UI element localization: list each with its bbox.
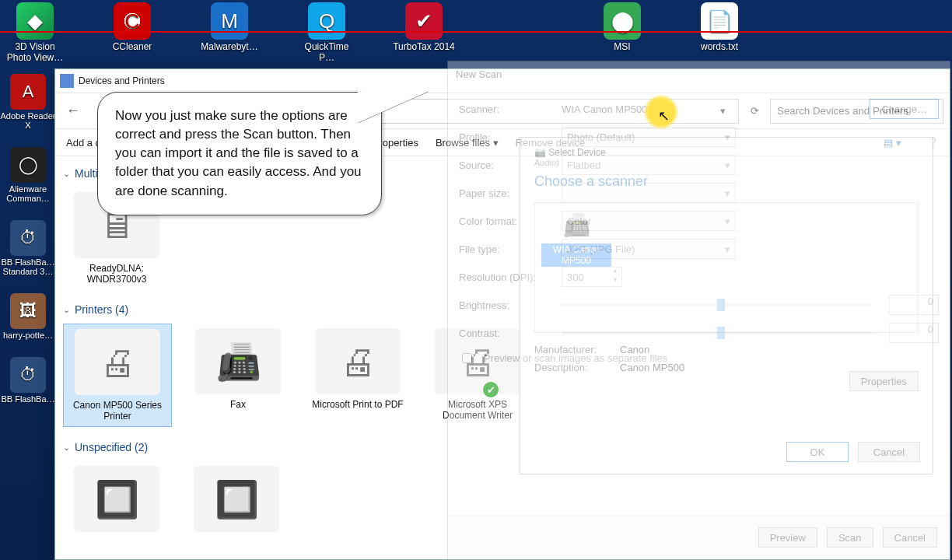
chevron-down-icon: ⌄ bbox=[63, 169, 70, 179]
scanner-item[interactable]: 📠 WIA Canon MP500 bbox=[541, 209, 611, 267]
cancel-button[interactable]: Cancel bbox=[883, 527, 937, 548]
cancel-button[interactable]: Cancel bbox=[858, 442, 920, 462]
icon-label: words.txt bbox=[701, 41, 738, 52]
description-label: Description: bbox=[534, 362, 620, 373]
scanner-list[interactable]: 📠 WIA Canon MP500 bbox=[534, 202, 919, 333]
dialog-title: Select Device bbox=[548, 147, 605, 158]
icon-label: CCleaner bbox=[113, 41, 152, 52]
description-value: Canon MP500 bbox=[620, 362, 684, 373]
icon-label: MSI bbox=[614, 41, 630, 52]
scanner-item-label: WIA Canon MP500 bbox=[541, 243, 611, 267]
desktop-icon[interactable]: AAdobe Reader X bbox=[0, 74, 56, 130]
app-icon: ◯ bbox=[10, 147, 46, 183]
desktop-icon[interactable]: ◯Alienware Comman… bbox=[0, 147, 56, 203]
manufacturer-label: Manufacturer: bbox=[534, 344, 620, 355]
app-icon: 📄 bbox=[701, 2, 738, 40]
scan-button[interactable]: Scan bbox=[827, 527, 873, 548]
app-icon: M bbox=[211, 2, 248, 40]
icon-label: harry-potte… bbox=[0, 331, 56, 340]
app-icon: C bbox=[114, 2, 151, 40]
properties-button[interactable]: Properties bbox=[849, 371, 919, 391]
icon-label: QuickTime P… bbox=[296, 41, 358, 63]
icon-label: Adobe Reader X bbox=[0, 111, 56, 130]
app-icon: ⏱ bbox=[10, 357, 46, 393]
printer-item[interactable]: 📠Fax bbox=[184, 324, 292, 427]
preview-separate-checkbox[interactable] bbox=[462, 353, 472, 363]
select-device-dialog: 📷 Select Device Audio) Choose a scanner … bbox=[520, 137, 933, 474]
icon-label: BB FlashBa… Standard 3… bbox=[0, 257, 56, 276]
scanner-label: Scanner: bbox=[459, 103, 552, 115]
tutorial-text: Now you just make sure the options are c… bbox=[115, 108, 362, 198]
desktop: ◆3D Vision Photo View…CCCleanerMMalwareb… bbox=[0, 0, 952, 560]
device-label: Fax bbox=[187, 399, 289, 410]
printer-item[interactable]: 🖨Microsoft Print to PDF bbox=[304, 324, 411, 427]
chevron-down-icon: ⌄ bbox=[63, 443, 70, 453]
choose-scanner-heading: Choose a scanner bbox=[534, 173, 919, 190]
scanner-value: WIA Canon MP500 bbox=[562, 103, 648, 115]
desktop-icon[interactable]: CCCleaner bbox=[101, 2, 163, 63]
icon-label: Alienware Comman… bbox=[0, 184, 56, 203]
device-icon: 🔲 bbox=[74, 466, 159, 532]
app-icon: ◆ bbox=[16, 2, 54, 40]
chevron-down-icon: ⌄ bbox=[63, 305, 70, 315]
desktop-icon[interactable]: ⏱BB FlashBa… bbox=[0, 357, 56, 404]
manufacturer-value: Canon bbox=[620, 344, 649, 355]
icon-label: TurboTax 2014 bbox=[393, 41, 455, 52]
printer-icon: 🖨 bbox=[75, 329, 160, 395]
device-item[interactable]: 🔲 bbox=[63, 461, 170, 541]
icon-label: BB FlashBa… bbox=[0, 394, 56, 404]
desktop-icon[interactable]: ◆3D Vision Photo View… bbox=[4, 2, 66, 63]
preview-button[interactable]: Preview bbox=[758, 527, 817, 548]
desktop-icon[interactable]: 📄words.txt bbox=[688, 2, 751, 63]
window-icon bbox=[60, 74, 74, 88]
desktop-icon[interactable]: ⏱BB FlashBa… Standard 3… bbox=[0, 220, 56, 276]
dialog-title[interactable]: New Scan bbox=[448, 61, 950, 86]
app-icon: A bbox=[10, 74, 46, 110]
window-title: Devices and Printers bbox=[79, 75, 165, 86]
desktop-icon[interactable]: 🖼harry-potte… bbox=[0, 293, 56, 340]
desktop-icons-row: ◆3D Vision Photo View…CCCleanerMMalwareb… bbox=[0, 0, 952, 65]
device-label: ReadyDLNA: WNDR3700v3 bbox=[66, 263, 167, 285]
desktop-icon[interactable]: ✔TurboTax 2014 bbox=[393, 2, 455, 63]
printer-icon: 📠 bbox=[195, 328, 281, 394]
tutorial-bubble: Now you just make sure the options are c… bbox=[97, 92, 382, 215]
audio-hint: Audio) bbox=[534, 158, 919, 167]
printer-item[interactable]: 🖨Canon MP500 Series Printer bbox=[63, 324, 172, 427]
icon-label: Malwarebyt… bbox=[201, 41, 257, 52]
cursor-icon: ↖ bbox=[658, 107, 670, 124]
app-icon: ⏱ bbox=[10, 220, 46, 256]
decorative-line bbox=[0, 31, 952, 33]
desktop-icons-left: AAdobe Reader X◯Alienware Comman…⏱BB Fla… bbox=[0, 74, 56, 404]
device-label: Microsoft Print to PDF bbox=[307, 399, 408, 410]
device-icon: 🔲 bbox=[194, 466, 279, 532]
dialog-footer: Preview Scan Cancel bbox=[448, 515, 950, 559]
app-icon: Q bbox=[308, 2, 345, 40]
icon-label: 3D Vision Photo View… bbox=[4, 41, 66, 63]
device-label: Canon MP500 Series Printer bbox=[67, 400, 168, 422]
app-icon: ⬤ bbox=[604, 2, 641, 40]
printer-icon: 🖨 bbox=[315, 328, 401, 394]
desktop-icon[interactable]: QQuickTime P… bbox=[296, 2, 358, 63]
desktop-icon[interactable]: MMalwarebyt… bbox=[198, 2, 261, 63]
ok-button[interactable]: OK bbox=[786, 442, 849, 462]
app-icon: ✔ bbox=[405, 2, 443, 40]
desktop-icon[interactable]: ⬤MSI bbox=[591, 2, 653, 63]
app-icon: 🖼 bbox=[10, 293, 46, 329]
back-button[interactable]: ← bbox=[61, 100, 83, 122]
change-button[interactable]: Change… bbox=[870, 99, 939, 119]
device-item[interactable]: 🔲 bbox=[183, 461, 290, 541]
scanner-icon: 📠 bbox=[555, 209, 598, 240]
